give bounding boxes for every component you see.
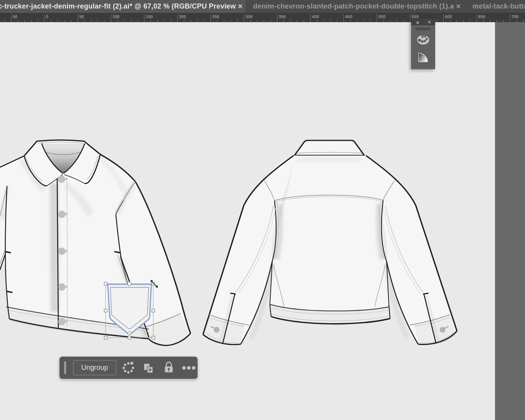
svg-text:300: 300 xyxy=(245,14,252,19)
svg-text:500: 500 xyxy=(378,14,385,19)
svg-text:700: 700 xyxy=(511,14,518,19)
svg-text:50: 50 xyxy=(79,14,84,19)
svg-text:0: 0 xyxy=(46,14,48,19)
svg-text:250: 250 xyxy=(212,14,219,19)
svg-text:350: 350 xyxy=(278,14,285,19)
svg-text:50: 50 xyxy=(12,14,17,19)
svg-text:100: 100 xyxy=(112,14,119,19)
svg-text:550: 550 xyxy=(411,14,418,19)
svg-text:650: 650 xyxy=(478,14,485,19)
svg-text:150: 150 xyxy=(145,14,152,19)
svg-text:600: 600 xyxy=(445,14,452,19)
svg-text:200: 200 xyxy=(179,14,186,19)
svg-text:400: 400 xyxy=(312,14,319,19)
svg-text:450: 450 xyxy=(345,14,352,19)
